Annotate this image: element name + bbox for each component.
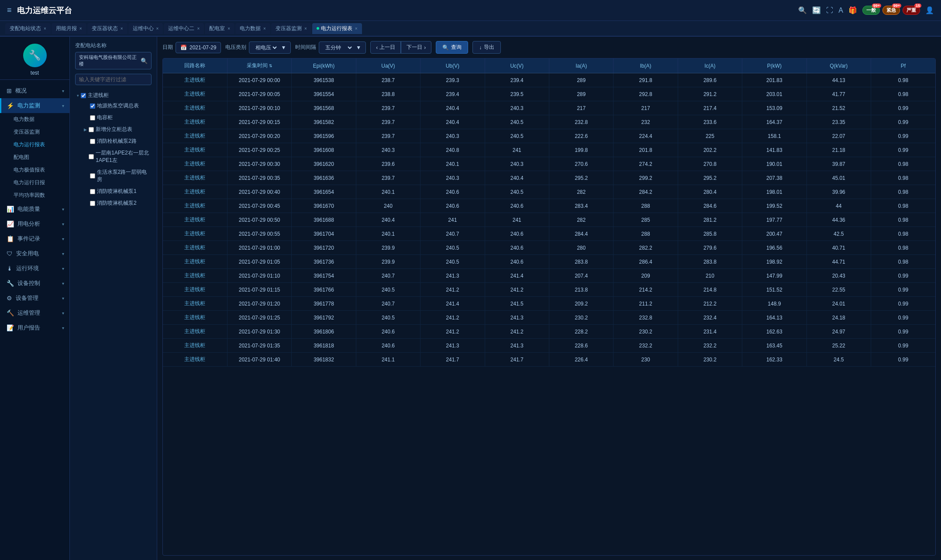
cell-1-ua: 238.8 <box>356 87 420 101</box>
tree-child-row-7[interactable]: 消防喷淋机械泵2 <box>82 199 152 208</box>
table-row-7[interactable]: 主进线柜2021-07-29 00:353961636239.7240.3240… <box>163 171 935 185</box>
table-row-5[interactable]: 主进线柜2021-07-29 00:253961608240.3240.8241… <box>163 143 935 157</box>
tab-close-tab6[interactable]: × <box>227 26 230 31</box>
tree-child-checkbox-3[interactable] <box>90 139 95 144</box>
table-row-19[interactable]: 主进线柜2021-07-29 01:353961818240.6241.3241… <box>163 339 935 353</box>
sidebar-item-energy-quality[interactable]: 📊 电能质量 ▾ <box>0 202 69 216</box>
gift-icon[interactable]: 🎁 <box>848 6 857 14</box>
table-row-9[interactable]: 主进线柜2021-07-29 00:453961670240240.6240.6… <box>163 199 935 213</box>
tree-child-row-1[interactable]: 电容柜 <box>82 113 152 122</box>
sidebar-item-ops-manage[interactable]: 🔨 运维管理 ▾ <box>0 306 69 320</box>
sidebar-item-overview[interactable]: ⊞ 概况 ▾ <box>0 83 69 98</box>
date-input[interactable]: 📅 2021-07-29 <box>176 42 221 53</box>
table-row-18[interactable]: 主进线柜2021-07-29 01:303961806240.6241.2241… <box>163 325 935 339</box>
tree-child-checkbox-6[interactable] <box>90 189 95 194</box>
tree-child-row-4[interactable]: 一层南1APE2右一层北1APE1左 <box>82 148 152 165</box>
badge-general[interactable]: 一般 99+ <box>862 6 880 15</box>
table-row-10[interactable]: 主进线柜2021-07-29 00:503961688240.424124128… <box>163 213 935 227</box>
menu-icon[interactable]: ≡ <box>7 6 12 15</box>
sidebar-item-power-report[interactable]: 电力运行报表 <box>5 138 69 151</box>
table-row-3[interactable]: 主进线柜2021-07-29 00:153961582239.7240.4240… <box>163 115 935 129</box>
table-row-14[interactable]: 主进线柜2021-07-29 01:103961754240.7241.3241… <box>163 269 935 283</box>
user-icon[interactable]: 👤 <box>925 6 934 14</box>
table-row-6[interactable]: 主进线柜2021-07-29 00:303961620239.6240.1240… <box>163 157 935 171</box>
table-row-17[interactable]: 主进线柜2021-07-29 01:253961792240.5241.2241… <box>163 311 935 325</box>
table-row-0[interactable]: 主进线柜2021-07-29 00:003961538238.7239.3239… <box>163 73 935 87</box>
tree-child-row-0[interactable]: 地源热泵空调总表 <box>82 101 152 110</box>
sidebar-item-daily-report[interactable]: 电力运行日报 <box>5 176 69 189</box>
tree-child-row-5[interactable]: 生活水泵2路一层弱电房 <box>82 168 152 184</box>
sidebar-item-device-manage[interactable]: ⚙ 设备管理 ▾ <box>0 291 69 306</box>
tab-tab7[interactable]: 电力数据× <box>235 23 270 34</box>
col-header-time[interactable]: 采集时间⇅ <box>227 58 291 73</box>
tree-child-checkbox-7[interactable] <box>90 201 95 206</box>
tab-tab5[interactable]: 运维中心二× <box>164 23 204 34</box>
sidebar-item-run-env[interactable]: 🌡 运行环境 ▾ <box>0 261 69 276</box>
fullscreen-icon[interactable]: ⛶ <box>826 7 833 14</box>
tab-close-tab1[interactable]: × <box>44 26 46 31</box>
export-button[interactable]: ↓ 导出 <box>472 41 501 54</box>
tab-tab6[interactable]: 配电室× <box>205 23 234 34</box>
tree-child-checkbox-5[interactable] <box>90 173 95 179</box>
sidebar-item-user-report[interactable]: 📝 用户报告 ▾ <box>0 320 69 335</box>
tree-child-row-6[interactable]: 消防喷淋机械泵1 <box>82 187 152 196</box>
tree-child-row-3[interactable]: 消防栓机械泵2路 <box>82 137 152 146</box>
sidebar-item-energy-analysis[interactable]: 📈 用电分析 ▾ <box>0 216 69 231</box>
table-row-20[interactable]: 主进线柜2021-07-29 01:403961832241.1241.7241… <box>163 353 935 367</box>
tab-tab8[interactable]: 变压器监测× <box>271 23 311 34</box>
tab-tab4[interactable]: 运维中心× <box>128 23 163 34</box>
tab-tab9[interactable]: 电力运行报表× <box>312 23 362 34</box>
table-row-16[interactable]: 主进线柜2021-07-29 01:203961778240.7241.4241… <box>163 297 935 311</box>
tab-tab3[interactable]: 变压器状态× <box>87 23 128 34</box>
sidebar-item-distribution[interactable]: 配电图 <box>5 151 69 164</box>
refresh-icon[interactable]: 🔄 <box>812 6 821 14</box>
tab-close-tab7[interactable]: × <box>263 26 266 31</box>
tree-child-checkbox-2[interactable] <box>89 127 94 132</box>
table-row-15[interactable]: 主进线柜2021-07-29 01:153961766240.5241.2241… <box>163 283 935 297</box>
prev-day-button[interactable]: ‹ 上一日 <box>370 41 401 54</box>
font-icon[interactable]: A <box>838 7 843 14</box>
tab-tab1[interactable]: 变配电站状态× <box>5 23 51 34</box>
interval-select-wrap[interactable]: 五分钟 十五分钟 三十分钟 一小时 ▼ <box>319 41 366 54</box>
sidebar-item-extreme-report[interactable]: 电力极值报表 <box>5 164 69 176</box>
tab-close-tab3[interactable]: × <box>121 26 123 31</box>
tab-close-tab9[interactable]: × <box>355 26 358 31</box>
tree-root-row[interactable]: ▾ 主进线柜 <box>75 91 152 100</box>
station-search-icon[interactable]: 🔍 <box>141 58 148 64</box>
next-day-button[interactable]: 下一日 › <box>401 41 431 54</box>
table-row-8[interactable]: 主进线柜2021-07-29 00:403961654240.1240.6240… <box>163 185 935 199</box>
sidebar-item-power-factor[interactable]: 平均功率因数 <box>5 189 69 202</box>
sidebar-item-event-record[interactable]: 📋 事件记录 ▾ <box>0 231 69 246</box>
table-row-2[interactable]: 主进线柜2021-07-29 00:103961568239.7240.4240… <box>163 101 935 115</box>
badge-severe[interactable]: 严重 15 <box>903 6 920 15</box>
tab-close-tab2[interactable]: × <box>79 26 82 31</box>
cell-2-p: 153.09 <box>742 101 807 115</box>
badge-urgent[interactable]: 紧急 99+ <box>882 6 900 15</box>
tree-child-checkbox-0[interactable] <box>90 103 95 109</box>
sidebar-item-safe-power[interactable]: 🛡 安全用电 ▾ <box>0 246 69 261</box>
tab-close-tab8[interactable]: × <box>304 26 307 31</box>
cell-19-pf: 0.99 <box>871 339 935 353</box>
sidebar-item-power-monitor[interactable]: ⚡ 电力监测 ▾ <box>0 98 69 113</box>
tree-root-checkbox[interactable] <box>81 93 86 98</box>
table-row-1[interactable]: 主进线柜2021-07-29 00:053961554238.8239.4239… <box>163 87 935 101</box>
table-row-13[interactable]: 主进线柜2021-07-29 01:053961736239.9240.5240… <box>163 255 935 269</box>
query-button[interactable]: 🔍 查询 <box>436 41 468 54</box>
voltage-select[interactable]: 相电压 线电压 <box>254 44 278 51</box>
table-row-11[interactable]: 主进线柜2021-07-29 00:553961704240.1240.7240… <box>163 227 935 241</box>
sidebar-item-device-control[interactable]: 🔧 设备控制 ▾ <box>0 276 69 291</box>
table-row-4[interactable]: 主进线柜2021-07-29 00:203961596239.7240.3240… <box>163 129 935 143</box>
tree-child-checkbox-1[interactable] <box>90 115 95 120</box>
interval-select[interactable]: 五分钟 十五分钟 三十分钟 一小时 <box>324 44 353 51</box>
tree-child-checkbox-4[interactable] <box>89 154 94 159</box>
tab-close-tab5[interactable]: × <box>197 26 200 31</box>
tree-filter-input[interactable] <box>75 74 152 85</box>
tab-close-tab4[interactable]: × <box>156 26 159 31</box>
tab-tab2[interactable]: 用能月报× <box>52 23 86 34</box>
sidebar-item-transformer-monitor[interactable]: 变压器监测 <box>5 126 69 138</box>
table-row-12[interactable]: 主进线柜2021-07-29 01:003961720239.9240.5240… <box>163 241 935 255</box>
search-icon[interactable]: 🔍 <box>798 6 807 14</box>
voltage-select-wrap[interactable]: 相电压 线电压 ▼ <box>249 41 291 54</box>
tree-child-row-2[interactable]: ▶ 新增分立柜总表 <box>82 125 152 134</box>
sidebar-item-power-data[interactable]: 电力数据 <box>5 113 69 126</box>
